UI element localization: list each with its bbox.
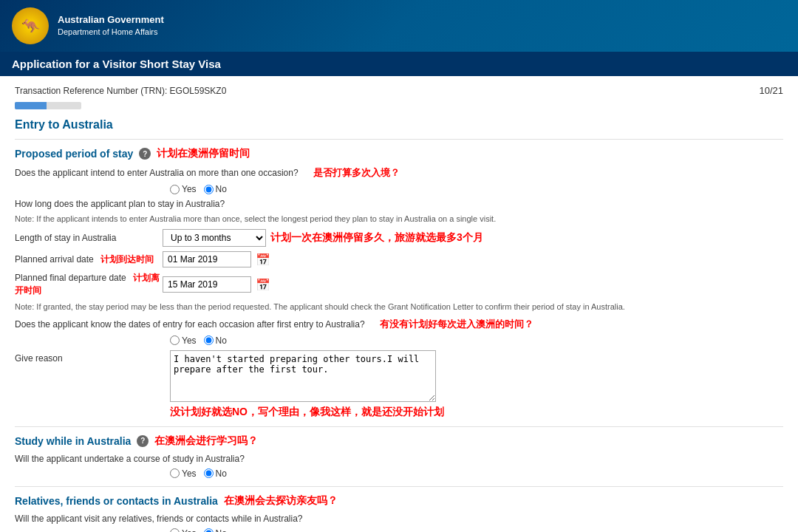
divider-3	[15, 486, 783, 487]
q2-label: How long does the applicant plan to stay…	[15, 199, 225, 209]
arrival-cn: 计划到达时间	[100, 254, 154, 265]
q2-row: How long does the applicant plan to stay…	[15, 199, 783, 209]
relatives-title: Relatives, friends or contacts in Austra…	[15, 494, 783, 508]
arrival-date-input[interactable]	[163, 251, 251, 267]
arrival-label: Planned arrival date 计划到达时间	[15, 253, 163, 266]
note2: Note: If granted, the stay period may be…	[15, 301, 783, 313]
length-cn: 计划一次在澳洲停留多久，旅游就选最多3个月	[270, 231, 483, 245]
give-reason-input-group: I haven't started preparing other tours.…	[170, 350, 444, 419]
relatives-radio-group: Yes No	[170, 528, 227, 532]
divider-1	[15, 139, 783, 140]
arrival-input-group: 📅	[163, 251, 270, 267]
relatives-cn: 在澳洲会去探访亲友吗？	[224, 494, 338, 508]
page-title: Application for a Visitor Short Stay Vis…	[12, 58, 221, 70]
q3-label: Does the applicant know the dates of ent…	[15, 319, 365, 330]
length-input-group: Up to 3 months Up to 6 months Up to 12 m…	[163, 229, 483, 247]
study-q-label: Will the applicant undertake a course of…	[15, 454, 245, 464]
trn-row: Transaction Reference Number (TRN): EGOL…	[15, 85, 783, 96]
progress-bar-fill	[15, 102, 47, 109]
relatives-radio-row: Yes No	[15, 528, 783, 532]
study-yes-label[interactable]: Yes	[170, 468, 197, 479]
progress-bar-container	[15, 102, 81, 109]
help-icon[interactable]: ?	[139, 148, 151, 160]
study-radio-group: Yes No	[170, 468, 227, 479]
gov-name: Australian Government	[58, 14, 164, 27]
q3-cn: 有没有计划好每次进入澳洲的时间？	[380, 318, 533, 331]
section-title: Entry to Australia	[15, 118, 783, 132]
study-title: Study while in Australia ? 在澳洲会进行学习吗？	[15, 434, 783, 448]
length-row: Length of stay in Australia Up to 3 mont…	[15, 229, 783, 247]
proposed-period-title: Proposed period of stay ? 计划在澳洲停留时间	[15, 147, 783, 160]
gov-logo: 🦘	[12, 7, 49, 44]
q1-no-label[interactable]: No	[204, 184, 227, 194]
q1-yes-radio[interactable]	[170, 185, 180, 194]
trn-text: Transaction Reference Number (TRN): EGOL…	[15, 86, 226, 96]
length-select[interactable]: Up to 3 months Up to 6 months Up to 12 m…	[163, 229, 266, 247]
study-q-row: Will the applicant undertake a course of…	[15, 454, 783, 464]
relatives-yes-label[interactable]: Yes	[170, 528, 197, 532]
q1-radio-row: Yes No	[15, 184, 783, 194]
study-no-radio[interactable]	[204, 468, 214, 478]
q1-no-radio[interactable]	[204, 185, 214, 194]
q3-no-label[interactable]: No	[204, 335, 227, 346]
q1-yes-label[interactable]: Yes	[170, 184, 197, 194]
departure-label: Planned final departure date 计划离开时间	[15, 272, 163, 297]
give-reason-row: Give reason I haven't started preparing …	[15, 350, 783, 419]
q1-label: Does the applicant intend to enter Austr…	[15, 168, 299, 178]
relatives-no-radio[interactable]	[204, 528, 214, 532]
give-reason-label: Give reason	[15, 350, 163, 364]
q3-radio-group: Yes No	[170, 335, 227, 346]
study-yes-radio[interactable]	[170, 468, 180, 478]
relatives-q-row: Will the applicant visit any relatives, …	[15, 514, 783, 524]
q3-yes-radio[interactable]	[170, 335, 180, 345]
departure-input-group: 📅	[163, 276, 270, 293]
relatives-no-label[interactable]: No	[204, 528, 227, 532]
study-no-label[interactable]: No	[204, 468, 227, 479]
study-help-icon[interactable]: ?	[137, 435, 149, 447]
main-content: Transaction Reference Number (TRN): EGOL…	[0, 76, 798, 532]
departure-row: Planned final departure date 计划离开时间 📅	[15, 272, 783, 297]
give-reason-cn: 没计划好就选NO，写个理由，像我这样，就是还没开始计划	[170, 406, 444, 419]
study-radio-row: Yes No	[15, 468, 783, 479]
arrival-row: Planned arrival date 计划到达时间 📅	[15, 251, 783, 267]
dept-name: Department of Home Affairs	[58, 27, 164, 37]
q1-radio-group: Yes No	[170, 184, 227, 194]
gov-header-text: Australian Government Department of Home…	[58, 14, 164, 37]
title-bar: Application for a Visitor Short Stay Vis…	[0, 52, 798, 76]
relatives-yes-radio[interactable]	[170, 528, 180, 532]
departure-calendar-icon[interactable]: 📅	[256, 278, 270, 292]
departure-date-input[interactable]	[163, 276, 251, 293]
q3-row: Does the applicant know the dates of ent…	[15, 318, 783, 331]
length-label: Length of stay in Australia	[15, 233, 163, 243]
government-header: 🦘 Australian Government Department of Ho…	[0, 0, 798, 52]
q1-cn: 是否打算多次入境？	[313, 166, 400, 180]
relatives-q-label: Will the applicant visit any relatives, …	[15, 514, 303, 524]
page-number: 10/21	[759, 85, 783, 96]
arrival-calendar-icon[interactable]: 📅	[256, 253, 270, 267]
note1: Note: If the applicant intends to enter …	[15, 214, 783, 225]
proposed-period-cn: 计划在澳洲停留时间	[157, 147, 250, 160]
give-reason-textarea[interactable]: I haven't started preparing other tours.…	[170, 350, 436, 402]
q3-no-radio[interactable]	[204, 335, 214, 345]
q1-row: Does the applicant intend to enter Austr…	[15, 166, 783, 180]
q3-radio-row: Yes No	[15, 335, 783, 346]
q3-yes-label[interactable]: Yes	[170, 335, 197, 346]
study-cn: 在澳洲会进行学习吗？	[154, 434, 258, 448]
divider-2	[15, 426, 783, 427]
